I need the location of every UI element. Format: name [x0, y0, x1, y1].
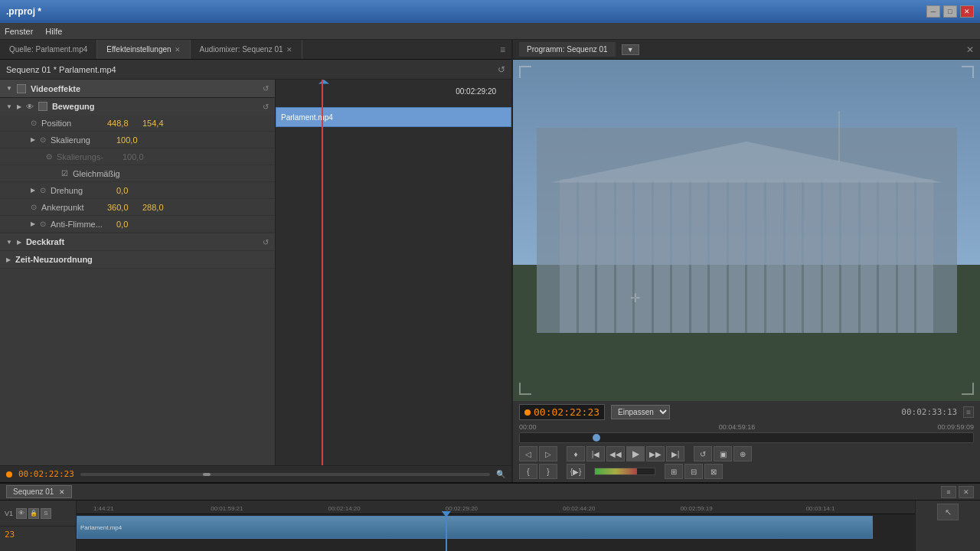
step-forward-btn[interactable]: ▶| [666, 446, 684, 461]
sequence-tab[interactable]: Sequenz 01 ✕ [6, 485, 72, 498]
rewind-btn[interactable]: ◀◀ [606, 446, 625, 461]
videoeffekte-reset-icon[interactable]: ↺ [263, 84, 269, 93]
stopwatch-icon-4[interactable]: ⊙ [40, 186, 46, 194]
panel-settings-btn[interactable]: ≡ [963, 406, 974, 418]
sequence-reset-icon[interactable]: ↺ [498, 64, 505, 75]
scrub-head[interactable] [593, 434, 600, 442]
ankerpunkt-x-value[interactable]: 360,0 [107, 203, 138, 212]
loop-back-btn[interactable]: ◁ [519, 446, 537, 461]
timeline-playhead[interactable] [322, 80, 323, 465]
ruler-mark-6: 00:02:59:19 [680, 505, 712, 512]
tab-effekteinstellungen[interactable]: Effekteinstellungen ✕ [97, 40, 190, 59]
left-scrollbar[interactable] [80, 473, 490, 476]
track-eye-btn[interactable]: 👁 [16, 508, 27, 519]
tool-selection[interactable]: ↖ [937, 504, 959, 520]
stopwatch-icon[interactable]: ⊙ [31, 119, 37, 127]
toggle-bewegung[interactable] [38, 102, 47, 111]
main-clip[interactable]: Parlament.mp4 [77, 516, 873, 539]
skalierung-value[interactable]: 100,0 [116, 135, 147, 145]
ankerpunkt-y-value[interactable]: 288,0 [142, 203, 173, 212]
toggle-videoeffekte[interactable] [17, 84, 26, 93]
minimize-button[interactable]: ─ [926, 5, 940, 18]
stopwatch-icon-2[interactable]: ⊙ [40, 135, 46, 144]
position-x-value[interactable]: 448,8 [107, 119, 138, 128]
drehung-value[interactable]: 0,0 [116, 186, 147, 195]
column [916, 179, 933, 333]
zoom-icon[interactable]: 🔍 [496, 470, 505, 478]
column [579, 179, 596, 333]
scrub-labels: 00:00 00:04:59:16 00:09:59:09 [519, 423, 974, 431]
expand-skalierung-icon[interactable]: ▶ [31, 136, 35, 143]
timecode-dot [524, 409, 531, 416]
position-y-value[interactable]: 154,4 [142, 119, 173, 128]
tl-close-btn[interactable]: ✕ [959, 486, 974, 498]
loop-forward-btn[interactable]: ▷ [539, 446, 557, 461]
tab-source[interactable]: Quelle: Parlament.mp4 [0, 40, 97, 59]
tl-playhead[interactable] [446, 514, 447, 551]
audio-meter [594, 468, 655, 475]
left-timecode: 00:02:22:23 [18, 469, 74, 479]
eye-icon[interactable]: 👁 [26, 103, 34, 111]
window-title: .prproj * [6, 6, 41, 17]
overwrite-btn[interactable]: ⊟ [684, 464, 703, 479]
tab-audiomixer[interactable]: Audiomixer: Sequenz 01 ✕ [191, 40, 302, 59]
stopwatch-icon-5[interactable]: ⊙ [31, 203, 37, 211]
skalierungs-label: Skalierungs- [57, 152, 118, 161]
step-back-btn[interactable]: |◀ [586, 446, 605, 461]
zeit-header[interactable]: ▶ Zeit-Neuzuordnung [0, 251, 275, 268]
output-btn[interactable]: ⊕ [733, 446, 752, 461]
scrub-bar[interactable] [519, 432, 974, 443]
tab-close-icon[interactable]: ✕ [175, 46, 181, 54]
effect-controls-panel: ▼ Videoeffekte ↺ ▼ ▶ 👁 Bewegung ↺ [0, 80, 276, 465]
program-tab[interactable]: Programm: Sequenz 01 [519, 42, 616, 57]
panel-menu-icon[interactable]: ≡ [494, 44, 511, 55]
fast-forward-btn[interactable]: ▶▶ [646, 446, 665, 461]
crosshair-icon: ✛ [630, 291, 640, 305]
bewegung-reset-icon[interactable]: ↺ [263, 103, 269, 111]
play-btn[interactable]: ▶ [626, 446, 645, 461]
collapse-deckkraft-icon: ▼ [6, 239, 12, 246]
left-scroll-thumb [203, 473, 211, 476]
loop-btn[interactable]: ↺ [694, 446, 712, 461]
expand-drehung-icon[interactable]: ▶ [31, 187, 35, 194]
column [560, 179, 577, 333]
safe-zones-btn[interactable]: ▣ [714, 446, 732, 461]
timeline-clip[interactable]: Parlament.mp4 [276, 107, 511, 127]
menu-hilfe[interactable]: Hilfe [45, 27, 62, 36]
marker-btn[interactable]: ♦ [567, 446, 585, 461]
collapse-icon[interactable]: ▼ [6, 85, 12, 92]
timecode-row: 00:02:22:23 Einpassen 00:02:33:13 ≡ [519, 404, 974, 420]
tab-close-icon-2[interactable]: ✕ [286, 46, 292, 54]
position-row: ⊙ Position 448,8 154,4 [0, 115, 275, 132]
close-button[interactable]: ✕ [960, 5, 974, 18]
left-tab-bar: Quelle: Parlament.mp4 Effekteinstellunge… [0, 40, 511, 60]
track-lock-btn[interactable]: 🔒 [28, 508, 39, 519]
skalierung-row: ▶ ⊙ Skalierung 100,0 [0, 132, 275, 148]
corner-bracket-tl [519, 66, 531, 78]
bewegung-header[interactable]: ▼ ▶ 👁 Bewegung ↺ [0, 98, 275, 115]
column [804, 179, 821, 333]
deckkraft-header[interactable]: ▼ ▶ Deckkraft ↺ [0, 233, 275, 250]
out-point-btn[interactable]: } [539, 464, 557, 479]
column [861, 179, 877, 333]
track-sync-btn[interactable]: S [41, 508, 51, 519]
seq-tab-close[interactable]: ✕ [59, 488, 65, 496]
checkbox-icon[interactable]: ☑ [61, 169, 68, 178]
lift-btn[interactable]: ⊠ [704, 464, 723, 479]
program-panel-menu[interactable]: ✕ [966, 44, 974, 55]
in-point-btn[interactable]: { [519, 464, 537, 479]
expand-antiflimmer-icon[interactable]: ▶ [31, 220, 35, 227]
current-timecode-display[interactable]: 00:02:22:23 [519, 404, 605, 420]
antiflimmer-value[interactable]: 0,0 [116, 220, 147, 229]
stopwatch-icon-6[interactable]: ⊙ [40, 220, 46, 228]
corner-bracket-tr [962, 66, 974, 78]
deckkraft-reset-icon[interactable]: ↺ [263, 238, 269, 246]
extract-btn[interactable]: {▶} [567, 464, 585, 479]
insert-btn[interactable]: ⊞ [665, 464, 683, 479]
fit-selector[interactable]: Einpassen [611, 405, 670, 419]
restore-button[interactable]: □ [943, 5, 957, 18]
menu-fenster[interactable]: Fenster [5, 27, 33, 36]
program-dropdown-btn[interactable]: ▼ [622, 44, 639, 55]
tl-settings-btn[interactable]: ≡ [941, 486, 956, 498]
ruler-mark-5: 00:02:44:20 [563, 505, 595, 512]
